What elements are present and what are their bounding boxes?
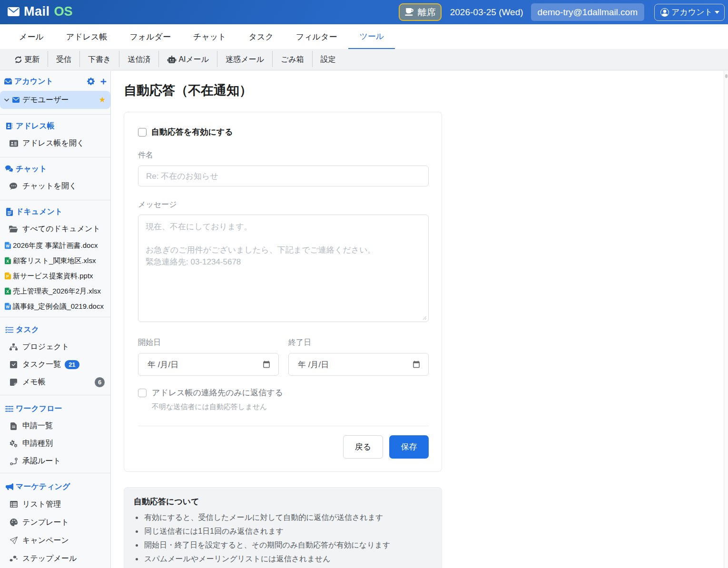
svg-text:P: P [6, 274, 9, 279]
svg-text:W: W [6, 305, 10, 309]
svg-text:X: X [6, 290, 9, 294]
svg-text:W: W [6, 244, 10, 248]
svg-text:X: X [6, 259, 9, 264]
